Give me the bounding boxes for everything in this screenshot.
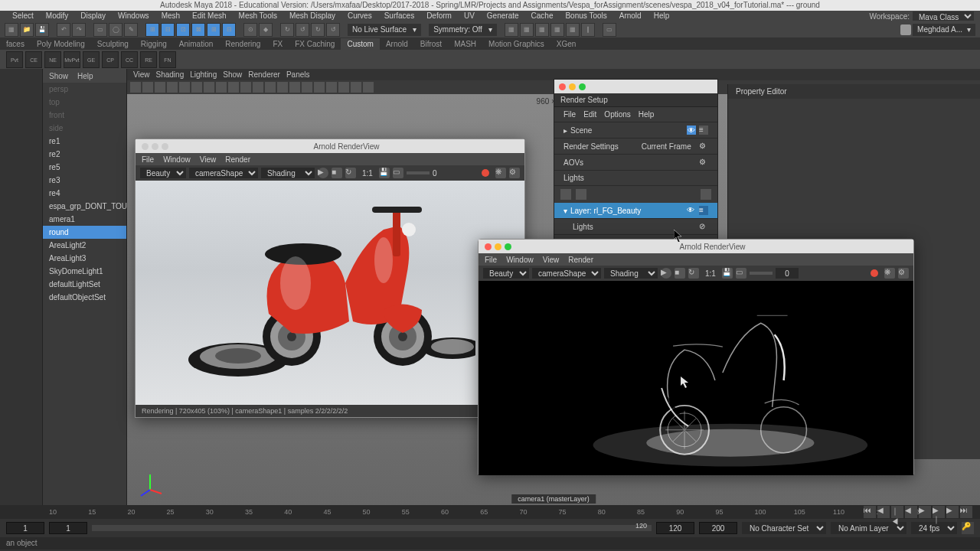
prev-key-icon[interactable]: ｜◀: [891, 506, 903, 518]
list-icon[interactable]: ≡: [699, 126, 708, 135]
vp-icon[interactable]: [204, 82, 214, 93]
menu-mesh-display[interactable]: Mesh Display: [283, 11, 341, 21]
menu-select[interactable]: Select: [6, 11, 40, 21]
shelf-tab-arnold[interactable]: Arnold: [380, 38, 414, 50]
tool-undo-icon[interactable]: ↶: [57, 23, 70, 37]
vp-icon[interactable]: [351, 82, 361, 93]
window-traffic-lights[interactable]: [485, 243, 511, 250]
stop-icon[interactable]: ■: [332, 168, 342, 178]
vp-icon[interactable]: [130, 82, 141, 93]
tool-render1-icon[interactable]: ▦: [505, 23, 518, 37]
rs-aovs[interactable]: AOVs ⚙: [554, 155, 717, 171]
tool-snap3-icon[interactable]: ⊡: [176, 23, 190, 37]
vp-icon[interactable]: [289, 82, 300, 93]
vp-icon[interactable]: [167, 82, 178, 93]
rs-menu-options[interactable]: Options: [604, 110, 630, 119]
vp-icon[interactable]: [277, 82, 288, 93]
vp-icon[interactable]: [142, 82, 153, 93]
play-back-icon[interactable]: ◀: [905, 506, 917, 518]
outliner-item[interactable]: re4: [43, 187, 126, 200]
tool-snap4-icon[interactable]: ⊠: [191, 23, 205, 37]
range-slider[interactable]: 120: [92, 525, 652, 531]
time-end-input[interactable]: [699, 522, 737, 534]
menu-curves[interactable]: Curves: [341, 11, 378, 21]
arnold1-render-view[interactable]: [136, 181, 524, 405]
window-titlebar[interactable]: Arnold RenderView: [479, 240, 913, 253]
vp-icon[interactable]: [338, 82, 349, 93]
vp-icon[interactable]: [240, 82, 251, 93]
time-range-end-input[interactable]: [656, 522, 694, 534]
vp-menu-show[interactable]: Show: [223, 70, 242, 79]
slider-value-input[interactable]: [776, 268, 799, 279]
character-set-dropdown[interactable]: No Character Set: [742, 522, 826, 534]
vp-icon[interactable]: [179, 82, 190, 93]
arnold1-menu-file[interactable]: File: [142, 155, 154, 164]
menu-display[interactable]: Display: [74, 11, 112, 21]
shelf-tab-rendering[interactable]: Rendering: [219, 38, 266, 50]
shelf-tab-faces[interactable]: faces: [0, 38, 31, 50]
log-icon[interactable]: ❋: [884, 268, 895, 279]
tool-panel-icon[interactable]: ▭: [603, 23, 616, 37]
vp-menu-lighting[interactable]: Lighting: [190, 70, 217, 79]
region-icon[interactable]: ▭: [393, 168, 403, 178]
user-avatar-icon[interactable]: [900, 24, 911, 35]
vp-icon[interactable]: [228, 82, 239, 93]
outliner-item[interactable]: persp: [43, 83, 126, 96]
arnold2-menu-file[interactable]: File: [485, 256, 497, 264]
vp-icon[interactable]: [253, 82, 263, 93]
shelf-tab-mash[interactable]: MASH: [448, 38, 482, 50]
outliner-menu-show[interactable]: Show: [49, 72, 68, 80]
arnold1-mode-select[interactable]: Beauty: [140, 168, 186, 178]
tool-snap1-icon[interactable]: ⊞: [145, 23, 159, 37]
outliner-item[interactable]: defaultLightSet: [43, 278, 126, 291]
tool-pause-icon[interactable]: ∥: [581, 23, 595, 37]
window-traffic-lights[interactable]: [142, 143, 168, 150]
shelf-btn-ne[interactable]: NE: [44, 51, 61, 68]
settings-icon[interactable]: ⚙: [509, 168, 520, 178]
menu-arnold[interactable]: Arnold: [613, 11, 648, 21]
vp-menu-renderer[interactable]: Renderer: [248, 70, 280, 79]
vp-icon[interactable]: [314, 82, 325, 93]
gear-icon[interactable]: ⚙: [699, 158, 708, 167]
tool-history4-icon[interactable]: ↺: [326, 23, 340, 37]
arnold2-menu-render[interactable]: Render: [568, 256, 593, 264]
shelf-tab-bifrost[interactable]: Bifrost: [414, 38, 448, 50]
arnold2-shading-select[interactable]: Shading: [604, 268, 658, 279]
shelf-btn-cc[interactable]: CC: [121, 51, 138, 68]
shelf-tab-fx[interactable]: FX: [266, 38, 289, 50]
vp-icon[interactable]: [155, 82, 165, 93]
rs-scene-row[interactable]: ▸Scene 👁 ≡: [554, 122, 717, 139]
tool-render2-icon[interactable]: ▦: [520, 23, 534, 37]
vp-menu-shading[interactable]: Shading: [156, 70, 185, 79]
time-range-start-input[interactable]: [49, 522, 87, 534]
shelf-btn-pvt[interactable]: Pvt: [6, 51, 23, 68]
shelf-tab-rigging[interactable]: Rigging: [135, 38, 173, 50]
tool-history2-icon[interactable]: ↺: [296, 23, 309, 37]
region-icon[interactable]: ▭: [736, 268, 746, 279]
menu-edit-mesh[interactable]: Edit Mesh: [186, 11, 232, 21]
tool-history3-icon[interactable]: ↻: [311, 23, 325, 37]
shelf-btn-re[interactable]: RE: [140, 51, 157, 68]
shelf-btn-ce[interactable]: CE: [25, 51, 42, 68]
tool-lasso-icon[interactable]: ◯: [109, 23, 122, 37]
shelf-tab-sculpting[interactable]: Sculpting: [91, 38, 135, 50]
step-back-icon[interactable]: ◀: [877, 506, 890, 518]
next-key-icon[interactable]: ▶｜: [933, 506, 945, 518]
rs-menu-file[interactable]: File: [564, 110, 576, 119]
outliner-item[interactable]: defaultObjectSet: [43, 291, 126, 304]
time-ruler[interactable]: 10 15 20 25 30 35 40 45 50 55 60 65 70 7…: [0, 505, 980, 519]
tool-paint-icon[interactable]: ✎: [124, 23, 138, 37]
arnold1-menu-window[interactable]: Window: [163, 155, 191, 164]
arnold2-mode-select[interactable]: Beauty: [483, 268, 529, 279]
tool-render3-icon[interactable]: ▦: [535, 23, 549, 37]
rs-menu-help[interactable]: Help: [639, 110, 655, 119]
play-icon[interactable]: ▶: [661, 268, 671, 279]
shelf-tab-motion[interactable]: Motion Graphics: [482, 38, 550, 50]
rs-edit-icon[interactable]: [701, 189, 711, 200]
arnold2-menu-window[interactable]: Window: [506, 256, 534, 264]
rs-render-settings[interactable]: Render Settings Current Frame ⚙: [554, 139, 717, 155]
tool-magnet-icon[interactable]: ⊙: [243, 23, 257, 37]
shelf-btn-cp[interactable]: CP: [102, 51, 119, 68]
shelf-tab-xgen[interactable]: XGen: [550, 38, 583, 50]
tool-history1-icon[interactable]: ↻: [280, 23, 294, 37]
